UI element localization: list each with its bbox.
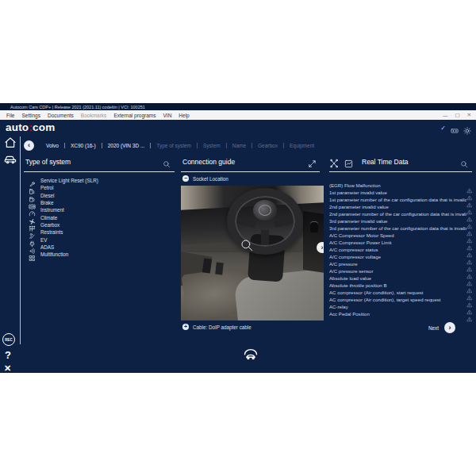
close-window-button[interactable]: ✕: [467, 112, 471, 118]
type-of-system-title: Type of system: [25, 158, 71, 166]
collapse-icon[interactable]: −: [182, 175, 189, 182]
breadcrumb-item[interactable]: 2020 (VIN 3D ...: [102, 143, 152, 148]
type-of-system-item[interactable]: Restraints: [29, 228, 175, 236]
parameter-label: Acc Pedal Position: [329, 311, 370, 317]
real-time-data-item[interactable]: A/C compressor voltage: [329, 253, 472, 260]
real-time-data-item[interactable]: A/C pressure: [329, 260, 472, 267]
warning-icon: [466, 290, 472, 295]
menu-item[interactable]: Help: [178, 113, 189, 118]
photo-volvo-emblem: [259, 205, 271, 216]
menu-item[interactable]: Settings: [21, 113, 40, 118]
breadcrumb-item[interactable]: Volvo: [40, 143, 65, 148]
real-time-data-list: (EGR) Flow Malfunction 1st parameter inv…: [329, 182, 472, 317]
type-of-system-item[interactable]: Climate: [29, 213, 175, 221]
menu-bar: FileSettingsDocumentsBookmarksExternal p…: [0, 110, 476, 120]
real-time-data-item[interactable]: 3rd parameter number of the car configur…: [329, 225, 472, 232]
warning-icon: [466, 240, 472, 245]
real-time-data-item[interactable]: (EGR) Flow Malfunction: [329, 182, 472, 189]
back-button[interactable]: ‹: [24, 140, 34, 151]
warning-icon: [466, 211, 472, 217]
expand-plus-icon[interactable]: +: [182, 324, 189, 330]
next-button[interactable]: ›: [444, 322, 455, 333]
socket-location-photo: ›: [181, 186, 324, 321]
photo-next-button[interactable]: ›: [317, 242, 324, 253]
parameter-label: Absolute load value: [329, 275, 371, 281]
petrol-icon: [29, 184, 36, 191]
help-button[interactable]: ?: [5, 349, 11, 361]
tools-icon[interactable]: [329, 157, 339, 167]
real-time-data-item[interactable]: A/C pressure sensor: [329, 267, 472, 274]
type-of-system-item[interactable]: Multifunction: [29, 251, 175, 258]
adas-icon: [29, 244, 36, 251]
menu-item[interactable]: Bookmarks: [81, 113, 107, 118]
record-button[interactable]: REC: [2, 333, 15, 346]
warning-icon: [466, 218, 472, 224]
home-icon[interactable]: [4, 136, 17, 149]
type-of-system-label: Climate: [40, 215, 57, 221]
maximize-button[interactable]: ▢: [455, 112, 459, 118]
type-of-system-item[interactable]: Petrol: [29, 184, 175, 191]
type-of-system-item[interactable]: Instrument: [29, 206, 175, 213]
real-time-data-item[interactable]: A/C Compressor Motor Speed: [329, 232, 472, 239]
breadcrumb-inactive: Type of systemSystemNameGearboxEquipment: [151, 143, 320, 148]
socket-location-section[interactable]: − Socket Location: [182, 175, 228, 182]
type-of-system-item[interactable]: Service Light Reset (SLR): [29, 177, 175, 184]
type-of-system-item[interactable]: EV: [29, 236, 175, 243]
real-time-data-item[interactable]: Acc Pedal Position: [329, 310, 472, 317]
cable-section[interactable]: + Cable: DoIP adapter cable: [182, 324, 251, 330]
parameter-label: 2nd parameter number of the car configur…: [329, 211, 466, 217]
menu-item[interactable]: VIN: [163, 113, 171, 118]
warning-icon: [466, 182, 472, 188]
left-rail: REC ? ✕: [0, 133, 21, 371]
exit-button[interactable]: ✕: [4, 363, 11, 374]
divider: [329, 171, 472, 172]
next-control: Next ›: [428, 322, 455, 333]
parameter-label: AC-relay: [329, 304, 348, 309]
parameter-label: 3rd parameter number of the car configur…: [329, 225, 466, 231]
real-time-data-item[interactable]: A/C compressor status: [329, 246, 472, 253]
warning-icon: [466, 275, 472, 281]
real-time-data-item[interactable]: AC compressor (Air condition), start req…: [329, 289, 472, 296]
breadcrumb-item[interactable]: XC90 (16-): [65, 143, 102, 148]
type-of-system-label: Petrol: [40, 185, 53, 190]
search-icon[interactable]: [163, 157, 171, 165]
real-time-data-item[interactable]: A/C Compressor Power Limit: [329, 239, 472, 246]
type-of-system-item[interactable]: Brake: [29, 199, 175, 206]
real-time-data-item[interactable]: 2nd parameter invalid value: [329, 203, 472, 210]
real-time-data-item[interactable]: 1st parameter number of the car configur…: [329, 196, 472, 203]
real-time-data-item[interactable]: Absolute load value: [329, 274, 472, 282]
type-of-system-label: Instrument: [40, 207, 64, 213]
gearbox-icon: [29, 221, 36, 228]
type-of-system-item[interactable]: ADAS: [29, 244, 175, 251]
type-of-system-item[interactable]: Gearbox: [29, 221, 175, 228]
menu-item[interactable]: File: [6, 113, 14, 118]
real-time-data-item[interactable]: AC compressor (Air condition), target sp…: [329, 296, 472, 303]
search-icon[interactable]: [460, 157, 468, 165]
magnifier-icon[interactable]: [240, 238, 254, 252]
real-time-data-item[interactable]: Absolute throttle position B: [329, 282, 472, 289]
real-time-data-item[interactable]: AC-relay: [329, 303, 472, 310]
multifunction-icon: [29, 251, 36, 258]
breadcrumb-item-disabled: Name: [227, 143, 252, 148]
real-time-data-item[interactable]: 1st parameter invalid value: [329, 189, 472, 196]
warning-icon: [466, 304, 472, 309]
type-of-system-label: ADAS: [40, 244, 54, 250]
menu-item[interactable]: Documents: [48, 113, 74, 118]
type-of-system-label: Service Light Reset (SLR): [40, 178, 98, 183]
parameter-label: A/C compressor voltage: [329, 254, 381, 259]
warning-icon: [466, 268, 472, 274]
breadcrumb-item-disabled: Equipment: [284, 143, 320, 148]
type-of-system-item[interactable]: Diesel: [29, 192, 175, 199]
warning-icon: [466, 247, 472, 252]
settings-gear-icon[interactable]: [463, 124, 471, 132]
real-time-data-item[interactable]: 2nd parameter number of the car configur…: [329, 210, 472, 217]
vci-device-icon[interactable]: [451, 124, 459, 132]
type-of-system-label: Multifunction: [40, 251, 68, 257]
minimize-button[interactable]: —: [443, 113, 448, 118]
cable-label: Cable: DoIP adapter cable: [193, 324, 251, 330]
vehicle-diagnostics-icon[interactable]: [4, 152, 17, 165]
menu-item[interactable]: External programs: [113, 113, 155, 118]
graph-icon[interactable]: [344, 157, 353, 166]
real-time-data-item[interactable]: 3rd parameter invalid value: [329, 217, 472, 225]
expand-icon[interactable]: [308, 157, 317, 166]
